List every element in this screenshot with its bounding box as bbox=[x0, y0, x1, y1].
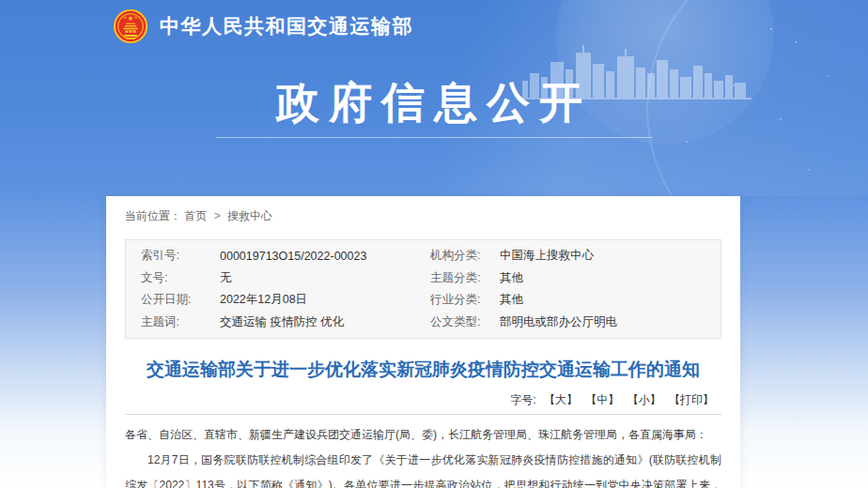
breadcrumb-section-link[interactable]: 搜救中心 bbox=[227, 209, 272, 222]
document-meta-table: 索引号: 000019713O15/2022-00023 机构分类: 中国海上搜… bbox=[125, 239, 721, 339]
meta-label: 主题词: bbox=[141, 314, 220, 330]
meta-value: 中国海上搜救中心 bbox=[500, 248, 721, 264]
meta-value: 部明电或部办公厅明电 bbox=[500, 314, 721, 330]
banner: ★ ★ ★ 中华人民共和国交通运输部 政府信息公开 bbox=[0, 0, 868, 196]
font-size-controls: 字号: 【大】 【中】 【小】 【打印】 bbox=[132, 393, 714, 407]
salutation-paragraph: 各省、自治区、直辖市、新疆生产建设兵团交通运输厅(局、委)，长江航务管理局、珠江… bbox=[125, 422, 721, 448]
meta-label: 行业分类: bbox=[430, 292, 500, 308]
meta-row-docnumber: 文号: 无 主题分类: 其他 bbox=[126, 267, 721, 290]
meta-label: 机构分类: bbox=[430, 248, 500, 264]
meta-row-index: 索引号: 000019713O15/2022-00023 机构分类: 中国海上搜… bbox=[126, 245, 721, 267]
font-size-small-button[interactable]: 【小】 bbox=[628, 393, 661, 406]
meta-value: 其他 bbox=[500, 270, 721, 286]
article-body: 各省、自治区、直辖市、新疆生产建设兵团交通运输厅(局、委)，长江航务管理局、珠江… bbox=[125, 422, 721, 488]
banner-hero: 政府信息公开 bbox=[0, 75, 868, 138]
meta-value: 2022年12月08日 bbox=[220, 292, 430, 308]
meta-row-keywords: 主题词: 交通运输 疫情防控 优化 公文类型: 部明电或部办公厅明电 bbox=[126, 312, 721, 334]
meta-label: 公开日期: bbox=[141, 292, 220, 308]
breadcrumb-home-link[interactable]: 首页 bbox=[184, 209, 207, 222]
font-size-large-button[interactable]: 【大】 bbox=[544, 393, 578, 406]
site-logo-link[interactable]: ★ ★ ★ 中华人民共和国交通运输部 bbox=[113, 8, 413, 44]
site-name: 中华人民共和国交通运输部 bbox=[160, 13, 413, 39]
meta-label: 公文类型: bbox=[430, 314, 500, 330]
banner-underline bbox=[216, 137, 653, 138]
meta-value: 交通运输 疫情防控 优化 bbox=[220, 314, 430, 330]
top-bar: ★ ★ ★ 中华人民共和国交通运输部 bbox=[0, 0, 868, 53]
national-emblem-icon: ★ ★ ★ bbox=[113, 8, 148, 44]
font-size-label: 字号: bbox=[510, 393, 535, 406]
svg-text:★: ★ bbox=[128, 14, 134, 23]
breadcrumb-separator: > bbox=[214, 209, 221, 222]
meta-value: 无 bbox=[220, 270, 430, 286]
breadcrumb-label: 当前位置： bbox=[125, 209, 181, 222]
content-card: 当前位置： 首页 > 搜救中心 索引号: 000019713O15/2022-0… bbox=[106, 196, 740, 488]
title-divider bbox=[125, 414, 721, 415]
meta-row-date: 公开日期: 2022年12月08日 行业分类: 其他 bbox=[126, 289, 721, 312]
font-size-medium-button[interactable]: 【中】 bbox=[585, 393, 619, 406]
meta-label: 文号: bbox=[141, 270, 220, 286]
svg-text:★: ★ bbox=[123, 15, 127, 20]
print-button[interactable]: 【打印】 bbox=[669, 393, 714, 406]
breadcrumb: 当前位置： 首页 > 搜救中心 bbox=[106, 196, 740, 237]
meta-value: 000019713O15/2022-00023 bbox=[220, 250, 430, 263]
page-title: 政府信息公开 bbox=[0, 75, 868, 130]
svg-text:★: ★ bbox=[134, 15, 138, 20]
meta-value: 其他 bbox=[500, 292, 721, 308]
document-title: 交通运输部关于进一步优化落实新冠肺炎疫情防控交通运输工作的通知 bbox=[125, 358, 721, 381]
meta-label: 主题分类: bbox=[430, 270, 500, 286]
body-paragraph: 12月7日，国务院联防联控机制综合组印发了《关于进一步优化落实新冠肺炎疫情防控措… bbox=[125, 448, 721, 488]
meta-label: 索引号: bbox=[141, 248, 220, 264]
